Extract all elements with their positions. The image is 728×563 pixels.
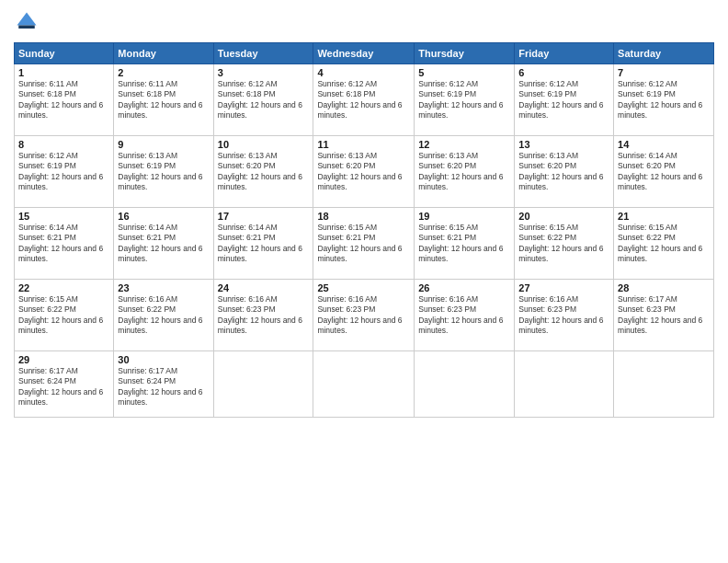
calendar-cell: 30 Sunrise: 6:17 AM Sunset: 6:24 PM Dayl… — [114, 351, 213, 418]
calendar-cell: 3 Sunrise: 6:12 AM Sunset: 6:18 PM Dayli… — [213, 64, 313, 136]
calendar-cell: 28 Sunrise: 6:17 AM Sunset: 6:23 PM Dayl… — [614, 280, 714, 351]
day-info: Sunrise: 6:11 AM Sunset: 6:18 PM Dayligh… — [18, 79, 109, 121]
calendar-cell: 7 Sunrise: 6:12 AM Sunset: 6:19 PM Dayli… — [614, 64, 714, 136]
day-info: Sunrise: 6:16 AM Sunset: 6:23 PM Dayligh… — [518, 294, 609, 337]
day-number: 2 — [118, 67, 209, 78]
day-number: 13 — [518, 139, 609, 150]
day-number: 10 — [218, 139, 310, 150]
calendar-cell: 6 Sunrise: 6:12 AM Sunset: 6:19 PM Dayli… — [515, 64, 614, 136]
day-number: 12 — [418, 139, 510, 150]
calendar-cell: 27 Sunrise: 6:16 AM Sunset: 6:23 PM Dayl… — [515, 280, 614, 351]
day-info: Sunrise: 6:15 AM Sunset: 6:22 PM Dayligh… — [18, 294, 109, 337]
svg-marker-0 — [17, 13, 37, 26]
day-number: 4 — [317, 67, 410, 78]
day-info: Sunrise: 6:17 AM Sunset: 6:23 PM Dayligh… — [618, 294, 710, 337]
day-number: 20 — [518, 211, 609, 222]
day-info: Sunrise: 6:15 AM Sunset: 6:22 PM Dayligh… — [518, 223, 609, 265]
day-info: Sunrise: 6:16 AM Sunset: 6:23 PM Dayligh… — [317, 294, 410, 337]
day-info: Sunrise: 6:13 AM Sunset: 6:20 PM Dayligh… — [418, 151, 510, 193]
day-info: Sunrise: 6:12 AM Sunset: 6:18 PM Dayligh… — [317, 79, 410, 121]
calendar-cell — [313, 351, 415, 418]
day-info: Sunrise: 6:13 AM Sunset: 6:19 PM Dayligh… — [118, 151, 209, 193]
calendar-cell — [415, 351, 515, 418]
calendar-cell: 24 Sunrise: 6:16 AM Sunset: 6:23 PM Dayl… — [213, 280, 313, 351]
calendar-cell: 12 Sunrise: 6:13 AM Sunset: 6:20 PM Dayl… — [415, 136, 515, 208]
calendar-cell: 9 Sunrise: 6:13 AM Sunset: 6:19 PM Dayli… — [114, 136, 213, 208]
day-number: 16 — [118, 211, 209, 222]
calendar-cell: 21 Sunrise: 6:15 AM Sunset: 6:22 PM Dayl… — [614, 208, 714, 280]
day-number: 9 — [118, 139, 209, 150]
col-header-tuesday: Tuesday — [213, 43, 313, 64]
calendar-cell: 10 Sunrise: 6:13 AM Sunset: 6:20 PM Dayl… — [213, 136, 313, 208]
col-header-sunday: Sunday — [15, 43, 114, 64]
day-number: 15 — [18, 211, 109, 222]
day-info: Sunrise: 6:14 AM Sunset: 6:20 PM Dayligh… — [618, 151, 710, 193]
page: SundayMondayTuesdayWednesdayThursdayFrid… — [0, 0, 728, 563]
calendar-header-row: SundayMondayTuesdayWednesdayThursdayFrid… — [15, 43, 714, 64]
day-info: Sunrise: 6:15 AM Sunset: 6:21 PM Dayligh… — [317, 223, 410, 265]
day-number: 25 — [317, 282, 410, 293]
day-info: Sunrise: 6:12 AM Sunset: 6:18 PM Dayligh… — [218, 79, 310, 121]
calendar-cell: 11 Sunrise: 6:13 AM Sunset: 6:20 PM Dayl… — [313, 136, 415, 208]
calendar-cell: 14 Sunrise: 6:14 AM Sunset: 6:20 PM Dayl… — [614, 136, 714, 208]
col-header-saturday: Saturday — [614, 43, 714, 64]
day-info: Sunrise: 6:13 AM Sunset: 6:20 PM Dayligh… — [518, 151, 609, 193]
day-number: 19 — [418, 211, 510, 222]
day-info: Sunrise: 6:15 AM Sunset: 6:22 PM Dayligh… — [618, 223, 710, 265]
calendar-cell: 4 Sunrise: 6:12 AM Sunset: 6:18 PM Dayli… — [313, 64, 415, 136]
calendar-table: SundayMondayTuesdayWednesdayThursdayFrid… — [14, 42, 714, 418]
calendar-cell: 13 Sunrise: 6:13 AM Sunset: 6:20 PM Dayl… — [515, 136, 614, 208]
day-number: 1 — [18, 67, 109, 78]
day-number: 22 — [18, 282, 109, 293]
calendar-cell: 16 Sunrise: 6:14 AM Sunset: 6:21 PM Dayl… — [114, 208, 213, 280]
day-info: Sunrise: 6:14 AM Sunset: 6:21 PM Dayligh… — [218, 223, 310, 265]
calendar-cell: 26 Sunrise: 6:16 AM Sunset: 6:23 PM Dayl… — [415, 280, 515, 351]
day-info: Sunrise: 6:14 AM Sunset: 6:21 PM Dayligh… — [18, 223, 109, 265]
day-number: 6 — [518, 67, 609, 78]
calendar-cell: 19 Sunrise: 6:15 AM Sunset: 6:21 PM Dayl… — [415, 208, 515, 280]
day-info: Sunrise: 6:13 AM Sunset: 6:20 PM Dayligh… — [317, 151, 410, 193]
calendar-cell: 17 Sunrise: 6:14 AM Sunset: 6:21 PM Dayl… — [213, 208, 313, 280]
logo — [14, 9, 43, 35]
day-number: 18 — [317, 211, 410, 222]
day-number: 26 — [418, 282, 510, 293]
day-info: Sunrise: 6:17 AM Sunset: 6:24 PM Dayligh… — [118, 366, 209, 408]
day-info: Sunrise: 6:14 AM Sunset: 6:21 PM Dayligh… — [118, 223, 209, 265]
calendar-cell: 23 Sunrise: 6:16 AM Sunset: 6:22 PM Dayl… — [114, 280, 213, 351]
day-info: Sunrise: 6:15 AM Sunset: 6:21 PM Dayligh… — [418, 223, 510, 265]
calendar-cell: 15 Sunrise: 6:14 AM Sunset: 6:21 PM Dayl… — [15, 208, 114, 280]
calendar-cell: 8 Sunrise: 6:12 AM Sunset: 6:19 PM Dayli… — [15, 136, 114, 208]
day-number: 11 — [317, 139, 410, 150]
day-info: Sunrise: 6:12 AM Sunset: 6:19 PM Dayligh… — [18, 151, 109, 193]
day-info: Sunrise: 6:11 AM Sunset: 6:18 PM Dayligh… — [118, 79, 209, 121]
calendar-cell: 5 Sunrise: 6:12 AM Sunset: 6:19 PM Dayli… — [415, 64, 515, 136]
day-number: 28 — [618, 282, 710, 293]
day-number: 23 — [118, 282, 209, 293]
calendar-cell — [213, 351, 313, 418]
day-info: Sunrise: 6:17 AM Sunset: 6:24 PM Dayligh… — [18, 366, 109, 408]
day-number: 30 — [118, 354, 209, 365]
day-number: 21 — [618, 211, 710, 222]
day-info: Sunrise: 6:16 AM Sunset: 6:22 PM Dayligh… — [118, 294, 209, 337]
day-number: 14 — [618, 139, 710, 150]
calendar-cell — [515, 351, 614, 418]
day-number: 29 — [18, 354, 109, 365]
calendar-week-row: 8 Sunrise: 6:12 AM Sunset: 6:19 PM Dayli… — [15, 136, 714, 208]
day-info: Sunrise: 6:12 AM Sunset: 6:19 PM Dayligh… — [618, 79, 710, 121]
col-header-monday: Monday — [114, 43, 213, 64]
day-info: Sunrise: 6:12 AM Sunset: 6:19 PM Dayligh… — [518, 79, 609, 121]
svg-rect-1 — [18, 26, 35, 29]
calendar-week-row: 15 Sunrise: 6:14 AM Sunset: 6:21 PM Dayl… — [15, 208, 714, 280]
calendar-week-row: 29 Sunrise: 6:17 AM Sunset: 6:24 PM Dayl… — [15, 351, 714, 418]
calendar-cell: 1 Sunrise: 6:11 AM Sunset: 6:18 PM Dayli… — [15, 64, 114, 136]
day-number: 27 — [518, 282, 609, 293]
col-header-friday: Friday — [515, 43, 614, 64]
col-header-wednesday: Wednesday — [313, 43, 415, 64]
logo-icon — [14, 9, 40, 35]
day-number: 17 — [218, 211, 310, 222]
calendar-cell: 20 Sunrise: 6:15 AM Sunset: 6:22 PM Dayl… — [515, 208, 614, 280]
calendar-cell: 18 Sunrise: 6:15 AM Sunset: 6:21 PM Dayl… — [313, 208, 415, 280]
day-number: 24 — [218, 282, 310, 293]
day-info: Sunrise: 6:13 AM Sunset: 6:20 PM Dayligh… — [218, 151, 310, 193]
calendar-cell: 22 Sunrise: 6:15 AM Sunset: 6:22 PM Dayl… — [15, 280, 114, 351]
